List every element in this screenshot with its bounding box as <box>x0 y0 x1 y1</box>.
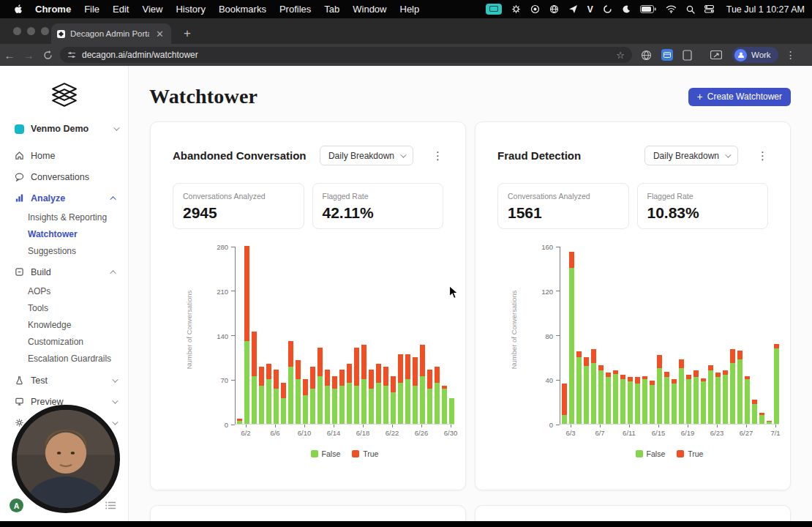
bar-6/11[interactable] <box>310 367 315 424</box>
breakdown-dropdown[interactable]: Daily Breakdown <box>644 146 738 165</box>
ring-status-icon[interactable] <box>603 4 612 15</box>
sidebar-item-conversations[interactable]: Conversations <box>0 166 128 187</box>
sidebar-item-analyze[interactable]: Analyze <box>0 187 128 209</box>
workspace-switcher[interactable]: Venmo Demo <box>0 119 128 139</box>
bar-6/4[interactable] <box>259 367 264 424</box>
bar-6/1[interactable] <box>237 419 242 424</box>
back-button[interactable]: ← <box>0 49 19 61</box>
bar-6/26[interactable] <box>737 351 743 424</box>
bar-6/5[interactable] <box>266 364 271 424</box>
bar-6/3[interactable] <box>569 252 574 424</box>
sidebar-item-escalation-guardrails[interactable]: Escalation Guardrails <box>0 350 128 367</box>
wifi-icon[interactable] <box>666 4 677 15</box>
bar-6/6[interactable] <box>591 349 596 424</box>
menubar-clock[interactable]: Tue Jul 1 10:27 AM <box>726 4 805 15</box>
spotlight-search-icon[interactable] <box>686 4 695 15</box>
card-menu-icon[interactable]: ⋮ <box>432 150 443 161</box>
menu-view[interactable]: View <box>135 4 169 15</box>
bar-6/22[interactable] <box>708 365 713 424</box>
bar-6/21[interactable] <box>701 378 706 424</box>
bar-6/6[interactable] <box>274 370 279 424</box>
sidebar-item-insights[interactable]: Insights & Reporting <box>0 209 128 225</box>
legend-true[interactable]: True <box>677 449 703 458</box>
extension-doc-icon[interactable] <box>683 50 692 61</box>
bar-6/9[interactable] <box>296 360 301 424</box>
bar-6/9[interactable] <box>613 370 618 424</box>
bar-6/20[interactable] <box>693 370 699 424</box>
sidebar-item-build[interactable]: Build <box>0 261 128 283</box>
bar-6/2[interactable] <box>562 384 567 424</box>
bar-6/27[interactable] <box>427 370 432 424</box>
bar-6/4[interactable] <box>576 351 582 424</box>
bar-6/13[interactable] <box>325 370 330 424</box>
v-app-icon[interactable]: V <box>587 4 593 15</box>
sidebar-item-customization[interactable]: Customization <box>0 333 128 350</box>
bar-6/15[interactable] <box>657 355 662 424</box>
legend-false[interactable]: False <box>636 449 666 458</box>
bar-6/22[interactable] <box>391 376 396 424</box>
gear-status-icon[interactable] <box>511 4 521 15</box>
window-close-button[interactable] <box>13 27 21 35</box>
bar-6/12[interactable] <box>317 348 323 424</box>
sidebar-item-knowledge[interactable]: Knowledge <box>0 316 128 333</box>
bar-6/27[interactable] <box>745 376 750 424</box>
profile-chip[interactable]: Work <box>732 47 778 63</box>
legend-false[interactable]: False <box>311 449 341 458</box>
bar-6/25[interactable] <box>730 349 735 424</box>
bar-6/24[interactable] <box>723 370 728 424</box>
menu-history[interactable]: History <box>169 4 211 15</box>
bar-6/17[interactable] <box>354 348 359 424</box>
menu-profiles[interactable]: Profiles <box>273 4 317 15</box>
sidebar-item-tools[interactable]: Tools <box>0 299 128 316</box>
bar-6/8[interactable] <box>606 373 611 424</box>
bar-6/10[interactable] <box>303 379 308 424</box>
bar-6/20[interactable] <box>376 364 381 424</box>
bar-6/26[interactable] <box>420 345 425 424</box>
bar-6/2[interactable] <box>244 246 249 424</box>
new-tab-button[interactable]: + <box>179 26 195 41</box>
menu-window[interactable]: Window <box>346 4 393 15</box>
bar-6/18[interactable] <box>361 345 366 424</box>
bar-6/16[interactable] <box>347 364 352 424</box>
bar-6/14[interactable] <box>332 376 337 424</box>
bar-6/30[interactable] <box>449 398 454 424</box>
bar-6/25[interactable] <box>413 357 418 424</box>
bookmark-star-icon[interactable]: ☆ <box>616 50 625 61</box>
breakdown-dropdown[interactable]: Daily Breakdown <box>320 146 413 165</box>
sidebar-item-test[interactable]: Test <box>0 370 128 391</box>
globe-status-icon[interactable] <box>549 4 559 15</box>
sidebar-item-aops[interactable]: AOPs <box>0 283 128 299</box>
decagon-logo[interactable] <box>0 66 128 114</box>
url-text[interactable]: decagon.ai/admin/watchtower <box>82 50 610 60</box>
bar-7/1[interactable] <box>774 344 779 424</box>
paper-plane-icon[interactable] <box>568 4 578 15</box>
bar-6/5[interactable] <box>584 357 589 424</box>
sidebar-item-home[interactable]: Home <box>0 145 128 166</box>
bar-6/19[interactable] <box>369 370 374 424</box>
bar-6/15[interactable] <box>339 370 345 424</box>
bar-6/30[interactable] <box>767 421 772 425</box>
bar-6/28[interactable] <box>752 400 757 424</box>
list-icon[interactable] <box>105 501 116 510</box>
bar-6/18[interactable] <box>679 359 684 424</box>
menu-file[interactable]: File <box>78 4 106 15</box>
bar-6/17[interactable] <box>672 379 677 424</box>
legend-true[interactable]: True <box>352 449 378 458</box>
browser-menu-icon[interactable]: ⋮ <box>786 49 796 61</box>
site-settings-icon[interactable] <box>67 51 76 59</box>
forward-button[interactable]: → <box>19 49 38 61</box>
menu-help[interactable]: Help <box>394 4 426 15</box>
bar-6/21[interactable] <box>383 367 388 424</box>
bar-6/23[interactable] <box>715 373 721 424</box>
avatar-badge[interactable]: A <box>10 498 23 512</box>
bar-6/7[interactable] <box>598 365 604 424</box>
bar-6/8[interactable] <box>288 341 293 424</box>
screen-share-icon[interactable] <box>486 4 502 15</box>
menu-bookmarks[interactable]: Bookmarks <box>212 4 273 15</box>
camera-status-icon[interactable] <box>530 4 540 15</box>
bar-6/12[interactable] <box>635 377 640 424</box>
menu-edit[interactable]: Edit <box>106 4 135 15</box>
extension-card-icon[interactable] <box>661 49 673 61</box>
apple-icon[interactable] <box>15 4 23 14</box>
bar-6/23[interactable] <box>398 354 403 424</box>
